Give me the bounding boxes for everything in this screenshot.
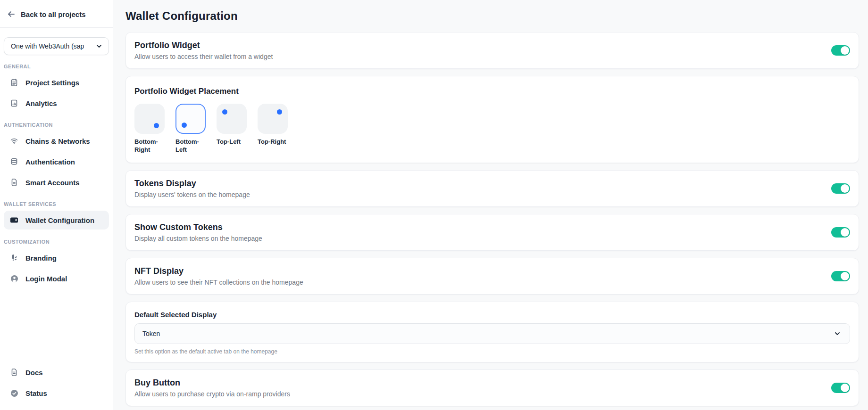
placement-label: Bottom-Left	[175, 138, 206, 154]
placement-option-top-left: Top-Left	[217, 104, 247, 154]
card-default-selected-display: Default Selected Display Token Set this …	[125, 302, 859, 362]
placement-tile-bottom-right[interactable]	[134, 104, 165, 134]
toggle-knob	[841, 272, 849, 280]
section-label-wallet-services: WALLET SERVICES	[0, 193, 113, 210]
default-display-select-value: Token	[142, 330, 160, 337]
sidebar-item-smart-accounts[interactable]: Smart Accounts	[4, 173, 109, 192]
card-title: Portfolio Widget	[134, 41, 273, 50]
card-description: Display all custom tokens on the homepag…	[134, 235, 262, 242]
card-buy-button: Buy Button Allow users to purchase crypt…	[125, 369, 859, 406]
sidebar-item-label: Chains & Networks	[25, 137, 90, 145]
sidebar-item-label: Wallet Configuration	[25, 216, 94, 224]
chevron-down-icon	[94, 41, 104, 51]
sidebar-item-label: Authentication	[25, 158, 75, 166]
placement-label: Top-Right	[258, 138, 288, 146]
status-check-icon	[9, 388, 19, 398]
analytics-icon	[9, 98, 19, 108]
tokens-display-toggle[interactable]	[831, 183, 850, 194]
placement-dot-icon	[182, 123, 187, 128]
placement-options: Bottom-Right Bottom-Left Top-Left Top-Ri…	[134, 104, 850, 156]
section-label-customization: CUSTOMIZATION	[0, 230, 113, 247]
back-to-projects-label: Back to all projects	[21, 10, 86, 18]
portfolio-widget-toggle[interactable]	[831, 45, 850, 56]
card-nft-display: NFT Display Allow users to see their NFT…	[125, 258, 859, 295]
section-label-general: GENERAL	[0, 55, 113, 72]
placement-option-bottom-right: Bottom-Right	[134, 104, 165, 154]
sidebar-item-label: Smart Accounts	[25, 179, 79, 187]
sidebar-item-analytics[interactable]: Analytics	[4, 94, 109, 113]
card-title: NFT Display	[134, 266, 303, 276]
placement-dot-icon	[222, 109, 227, 115]
select-field-label: Default Selected Display	[134, 311, 850, 319]
project-selector-dropdown[interactable]: One with Web3Auth (sap	[4, 37, 109, 55]
card-text: Show Custom Tokens Display all custom to…	[134, 222, 262, 242]
placement-tile-bottom-left[interactable]	[175, 104, 206, 134]
placement-option-top-right: Top-Right	[258, 104, 288, 154]
sidebar-item-label: Docs	[25, 369, 43, 377]
sidebar-item-docs[interactable]: Docs	[4, 363, 109, 382]
toggle-knob	[841, 384, 849, 392]
card-title: Buy Button	[134, 378, 290, 388]
card-text: NFT Display Allow users to see their NFT…	[134, 266, 303, 286]
wifi-icon	[9, 136, 19, 146]
sidebar-item-login-modal[interactable]: Login Modal	[4, 269, 109, 288]
card-text: Tokens Display Display users' tokens on …	[134, 179, 250, 198]
toggle-knob	[841, 184, 849, 193]
card-title: Tokens Display	[134, 179, 250, 189]
brush-icon	[9, 253, 19, 262]
card-tokens-display: Tokens Display Display users' tokens on …	[125, 170, 859, 207]
nft-display-toggle[interactable]	[831, 271, 850, 281]
sidebar-item-authentication[interactable]: Authentication	[4, 152, 109, 171]
sidebar-spacer	[0, 289, 113, 357]
card-title: Show Custom Tokens	[134, 222, 262, 232]
toggle-knob	[841, 228, 849, 237]
sidebar-divider	[0, 27, 113, 28]
card-description: Allow users to access their wallet from …	[134, 53, 273, 60]
placement-option-bottom-left: Bottom-Left	[175, 104, 206, 154]
wallet-icon	[9, 215, 19, 225]
docs-icon	[9, 368, 19, 377]
database-icon	[9, 157, 19, 166]
placement-label: Bottom-Right	[134, 138, 165, 154]
sidebar-item-wallet-configuration[interactable]: Wallet Configuration	[4, 211, 109, 230]
placement-dot-icon	[277, 109, 282, 115]
document-icon	[9, 178, 19, 187]
card-title: Portfolio Widget Placement	[134, 87, 850, 96]
back-arrow-icon	[7, 9, 16, 19]
page-title: Wallet Configuration	[125, 9, 859, 23]
sidebar-item-label: Status	[25, 389, 47, 397]
project-selector-value: One with Web3Auth (sap	[11, 42, 84, 50]
placement-tile-top-right[interactable]	[258, 104, 288, 134]
sidebar-item-chains-networks[interactable]: Chains & Networks	[4, 131, 109, 150]
back-to-projects-link[interactable]: Back to all projects	[0, 0, 113, 27]
sidebar-item-label: Analytics	[25, 99, 57, 107]
card-description: Allow users to see their NFT collections…	[134, 279, 303, 286]
sidebar-item-branding[interactable]: Branding	[4, 248, 109, 267]
placement-tile-top-left[interactable]	[217, 104, 247, 134]
select-helper-text: Set this option as the default active ta…	[134, 348, 850, 355]
sidebar-item-project-settings[interactable]: Project Settings	[4, 73, 109, 92]
placement-dot-icon	[154, 123, 159, 128]
card-portfolio-widget: Portfolio Widget Allow users to access t…	[125, 32, 859, 69]
clipboard-icon	[9, 78, 19, 87]
placement-label: Top-Left	[217, 138, 247, 146]
toggle-knob	[841, 46, 849, 55]
card-description: Allow users to purchase crypto via on-ra…	[134, 390, 290, 398]
default-display-select[interactable]: Token	[134, 323, 850, 344]
card-text: Portfolio Widget Allow users to access t…	[134, 41, 273, 60]
user-icon	[9, 274, 19, 283]
show-custom-tokens-toggle[interactable]	[831, 227, 850, 238]
card-description: Display users' tokens on the homepage	[134, 191, 250, 198]
sidebar-footer-divider	[0, 357, 113, 357]
buy-button-toggle[interactable]	[831, 383, 850, 393]
section-label-authentication: AUTHENTICATION	[0, 114, 113, 131]
chevron-down-icon	[833, 329, 842, 338]
main-content: Wallet Configuration Portfolio Widget Al…	[113, 0, 868, 410]
sidebar-item-label: Branding	[25, 254, 57, 262]
card-show-custom-tokens: Show Custom Tokens Display all custom to…	[125, 214, 859, 251]
card-portfolio-widget-placement: Portfolio Widget Placement Bottom-Right …	[125, 76, 859, 163]
sidebar-item-label: Login Modal	[25, 275, 67, 283]
sidebar: Back to all projects One with Web3Auth (…	[0, 0, 113, 410]
sidebar-item-status[interactable]: Status	[4, 384, 109, 402]
card-text: Buy Button Allow users to purchase crypt…	[134, 378, 290, 398]
